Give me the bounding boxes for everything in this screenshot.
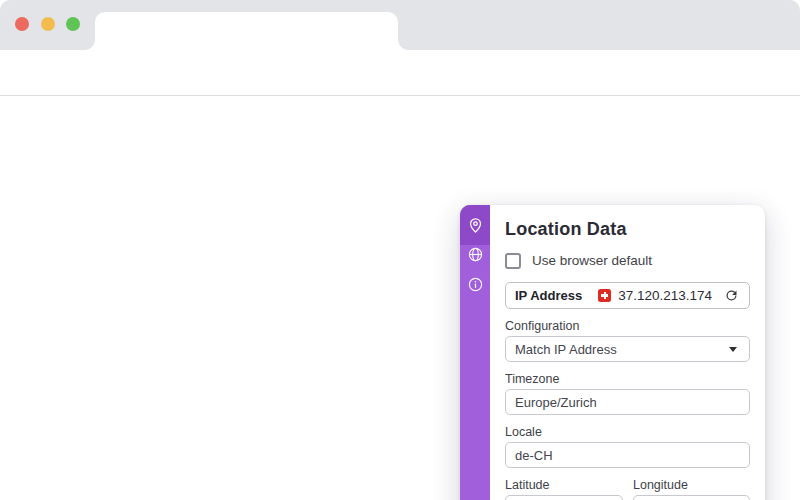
locale-input[interactable] (505, 442, 750, 468)
refresh-icon (724, 288, 739, 303)
browser-titlebar (0, 0, 800, 50)
configuration-label: Configuration (505, 319, 750, 333)
zoom-window-button[interactable] (66, 17, 80, 31)
popup-content: Location Data Use browser default IP Add… (490, 205, 765, 500)
sidebar-item-domain[interactable] (460, 239, 490, 269)
coordinates-row: Latitude Longitude (505, 468, 750, 500)
ip-address-value: 37.120.213.174 (618, 288, 712, 303)
browser-window: Location Data Use browser default IP Add… (0, 0, 800, 500)
info-icon (467, 276, 484, 293)
close-window-button[interactable] (15, 17, 29, 31)
minimize-window-button[interactable] (41, 17, 55, 31)
latitude-label: Latitude (505, 478, 623, 492)
timezone-label: Timezone (505, 372, 750, 386)
location-pin-icon (467, 217, 484, 234)
chevron-down-icon (729, 347, 737, 352)
swiss-flag-icon (598, 289, 611, 302)
browser-toolbar (0, 50, 800, 96)
ip-address-box: IP Address 37.120.213.174 (505, 282, 750, 309)
use-browser-default-label: Use browser default (532, 253, 652, 268)
sidebar-item-info[interactable] (460, 269, 490, 299)
browser-tab[interactable] (95, 12, 398, 50)
longitude-label: Longitude (633, 478, 750, 492)
use-browser-default-checkbox[interactable] (505, 253, 521, 269)
use-browser-default-row: Use browser default (505, 252, 750, 269)
locale-label: Locale (505, 425, 750, 439)
longitude-field: Longitude (633, 468, 750, 500)
ip-refresh-button[interactable] (723, 287, 740, 304)
longitude-input[interactable] (633, 495, 750, 500)
configuration-value: Match IP Address (515, 342, 617, 357)
page-content: Location Data Use browser default IP Add… (0, 97, 800, 500)
location-data-popup: Location Data Use browser default IP Add… (460, 205, 765, 500)
globe-icon (467, 246, 484, 263)
configuration-select[interactable]: Match IP Address (505, 336, 750, 362)
latitude-input[interactable] (505, 495, 623, 500)
popup-title: Location Data (505, 219, 750, 240)
timezone-input[interactable] (505, 389, 750, 415)
popup-sidebar (460, 205, 490, 500)
latitude-field: Latitude (505, 468, 623, 500)
ip-address-label: IP Address (515, 288, 582, 303)
